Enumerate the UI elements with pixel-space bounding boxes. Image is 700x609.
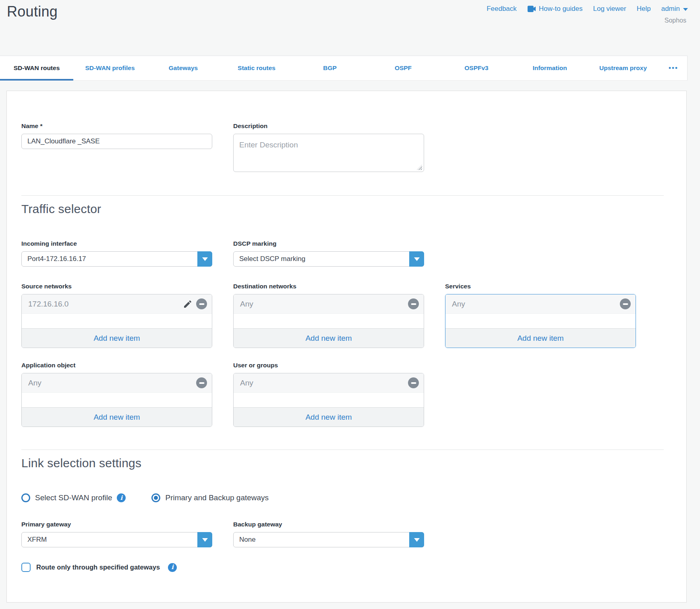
tab-bgp[interactable]: BGP [293,56,367,80]
section-divider [21,195,664,196]
list-item: Any [22,373,212,393]
tab-upstream-proxy[interactable]: Upstream proxy [586,56,660,80]
list-item-icons [620,298,631,309]
chevron-down-icon [683,8,688,11]
list-empty-space [22,314,212,328]
remove-minus-icon[interactable] [196,298,207,309]
user-or-groups-group: User or groups Any Add new item [233,362,424,427]
list-item-text: Any [452,300,465,309]
primary-gateway-value: XFRM [27,536,47,544]
description-field-group: Description [233,122,424,174]
primary-gateway-group: Primary gateway XFRM [21,521,212,547]
destination-networks-listbox: Any Add new item [233,294,424,348]
remove-minus-icon[interactable] [408,377,419,388]
edit-pencil-icon[interactable] [183,299,193,309]
howto-guides-link[interactable]: How-to guides [527,5,583,13]
list-empty-space [234,393,424,407]
dropdown-arrow-button[interactable] [197,251,212,267]
remove-minus-icon[interactable] [620,298,631,309]
services-group: Services Any Add new item [445,283,636,348]
destination-networks-group: Destination networks Any Add new item [233,283,424,348]
networks-services-row: Source networks 172.16.16.0 Add new item [21,283,664,348]
backup-gateway-group: Backup gateway None [233,521,424,547]
tab-static-routes[interactable]: Static routes [220,56,293,80]
radio-icon [151,493,160,502]
header-links: Feedback How-to guides Log viewer Help a… [487,5,688,13]
dscp-marking-group: DSCP marking Select DSCP marking [233,240,424,267]
backup-gateway-dropdown[interactable]: None [233,532,424,547]
user-or-groups-listbox: Any Add new item [233,373,424,427]
incoming-interface-value: Port4-172.16.16.17 [27,255,86,263]
incoming-interface-dropdown[interactable]: Port4-172.16.16.17 [21,251,212,267]
gateways-row: Primary gateway XFRM Backup gateway None [21,521,664,547]
list-item-icons [196,377,207,388]
howto-guides-label: How-to guides [539,5,583,13]
services-listbox: Any Add new item [445,294,636,348]
route-only-checkbox[interactable] [21,563,31,572]
name-label: Name * [21,122,212,130]
add-new-item-button[interactable]: Add new item [234,407,424,427]
source-networks-label: Source networks [21,283,212,290]
list-item: 172.16.16.0 [22,294,212,314]
dropdown-arrow-button[interactable] [409,532,424,547]
description-textarea[interactable] [233,134,424,172]
radio-select-sdwan-profile[interactable]: Select SD-WAN profile [21,493,126,502]
list-item: Any [445,294,636,314]
tab-gateways[interactable]: Gateways [147,56,220,80]
list-item: Any [234,373,424,393]
log-viewer-link[interactable]: Log viewer [593,5,626,13]
info-icon[interactable] [168,563,177,572]
tab-information[interactable]: Information [513,56,586,80]
more-tabs-button[interactable]: ••• [660,56,687,80]
incoming-interface-group: Incoming interface Port4-172.16.16.17 [21,240,212,267]
list-item-text: Any [28,379,41,387]
radio-label: Primary and Backup gateways [165,493,269,502]
destination-networks-label: Destination networks [233,283,424,290]
add-new-item-button[interactable]: Add new item [22,328,212,348]
remove-minus-icon[interactable] [196,377,207,388]
list-item: Any [234,294,424,314]
link-selection-options: Select SD-WAN profile Primary and Backup… [21,493,664,502]
user-or-groups-label: User or groups [233,362,424,369]
chevron-down-icon [202,538,208,542]
interface-dscp-row: Incoming interface Port4-172.16.16.17 DS… [21,240,664,267]
video-camera-icon [527,6,536,12]
link-selection-heading: Link selection settings [21,456,664,470]
dropdown-arrow-button[interactable] [197,532,212,547]
application-object-label: Application object [21,362,212,369]
list-empty-space [234,314,424,328]
tab-sdwan-profiles[interactable]: SD-WAN profiles [73,56,147,80]
dscp-marking-dropdown[interactable]: Select DSCP marking [233,251,424,267]
content-panel: Name * Description Traffic selector Inco… [6,91,687,603]
page-header: Routing Feedback How-to guides Log viewe… [0,0,700,56]
dscp-marking-label: DSCP marking [233,240,424,247]
add-new-item-button[interactable]: Add new item [445,328,636,348]
tab-ospfv3[interactable]: OSPFv3 [440,56,513,80]
feedback-link[interactable]: Feedback [487,5,517,13]
list-item-icons [408,298,419,309]
primary-gateway-dropdown[interactable]: XFRM [21,532,212,547]
tab-sdwan-routes[interactable]: SD-WAN routes [0,56,73,80]
list-item-text: 172.16.16.0 [28,300,68,309]
radio-primary-backup-gateways[interactable]: Primary and Backup gateways [151,493,269,502]
description-textarea-wrap [233,134,424,174]
primary-gateway-label: Primary gateway [21,521,212,528]
remove-minus-icon[interactable] [408,298,419,309]
routing-page: Routing Feedback How-to guides Log viewe… [0,0,700,609]
add-new-item-button[interactable]: Add new item [234,328,424,348]
route-only-row: Route only through specified gateways [21,563,664,572]
add-new-item-button[interactable]: Add new item [22,407,212,427]
dropdown-arrow-button[interactable] [409,251,424,267]
admin-menu-button[interactable]: admin [661,5,688,13]
help-link[interactable]: Help [637,5,651,13]
section-divider [21,450,664,450]
tab-ospf[interactable]: OSPF [367,56,440,80]
name-input[interactable] [21,134,212,149]
list-empty-space [22,393,212,407]
dscp-marking-value: Select DSCP marking [239,255,305,263]
chevron-down-icon [414,257,420,261]
backup-gateway-value: None [239,536,256,544]
name-description-row: Name * Description [21,122,664,174]
list-item-icons [408,377,419,388]
info-icon[interactable] [117,493,126,502]
